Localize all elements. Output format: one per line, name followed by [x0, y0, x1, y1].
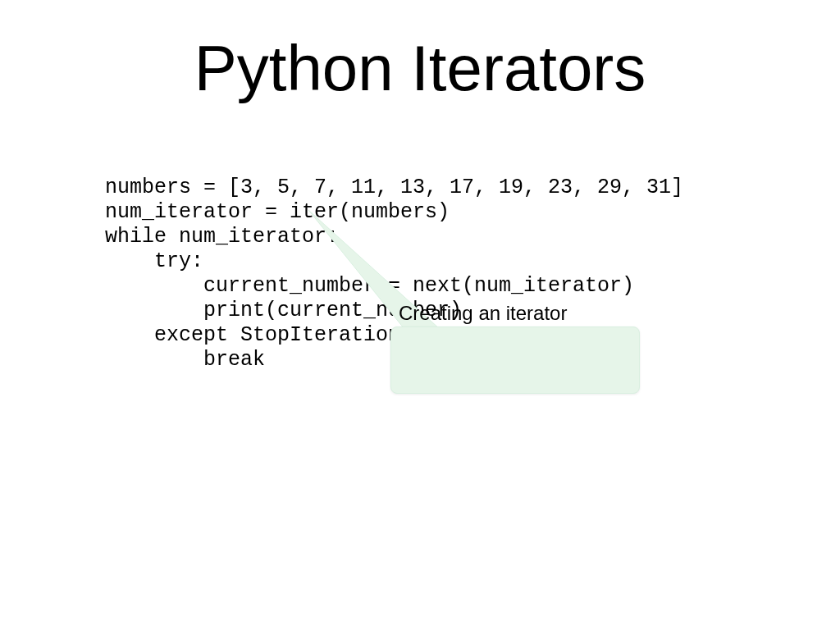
code-line: numbers = [3, 5, 7, 11, 13, 17, 19, 23, … — [105, 176, 683, 199]
slide: Python Iterators numbers = [3, 5, 7, 11,… — [0, 0, 840, 630]
code-line: try: — [105, 249, 203, 273]
callout-box — [390, 326, 640, 394]
slide-title: Python Iterators — [0, 31, 840, 106]
callout-label: Creating an iterator — [399, 302, 567, 325]
code-line: break — [105, 348, 265, 372]
